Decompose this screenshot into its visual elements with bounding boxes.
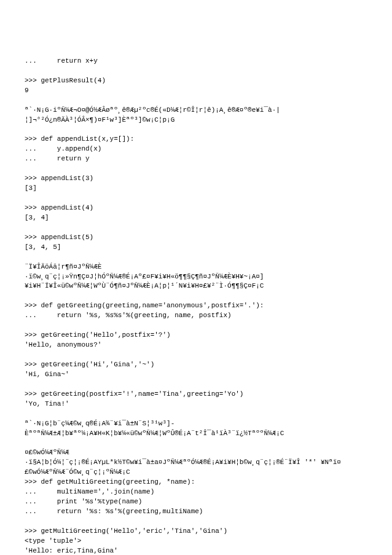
code-document: ... return x+y >>> getPlusResult(4) 9 ª`…	[25, 57, 367, 555]
